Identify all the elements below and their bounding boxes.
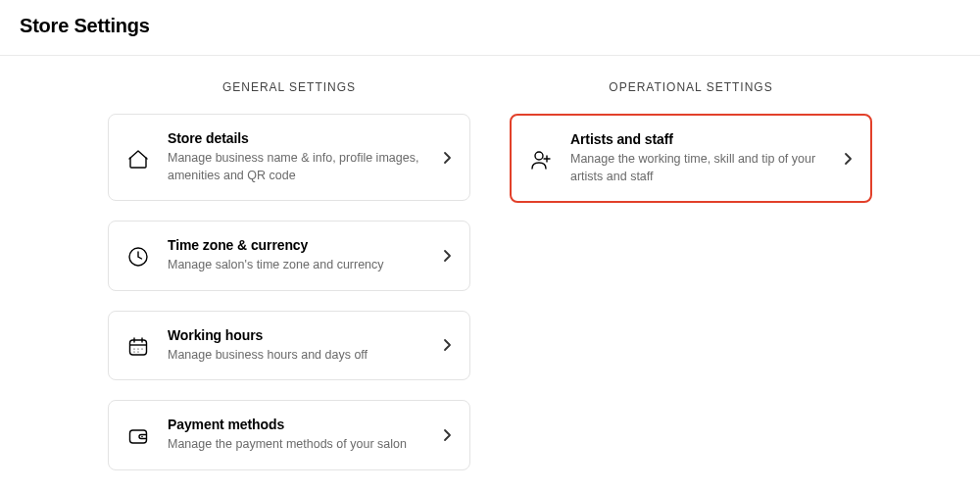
operational-settings-column: OPERATIONAL SETTINGS Artists and staff M… <box>510 80 872 490</box>
card-body: Time zone & currency Manage salon's time… <box>168 237 424 274</box>
chevron-right-icon <box>440 338 454 352</box>
card-title: Artists and staff <box>570 131 825 147</box>
svg-point-6 <box>137 351 138 352</box>
svg-rect-7 <box>130 430 147 443</box>
card-payment-methods[interactable]: Payment methods Manage the payment metho… <box>108 400 470 470</box>
svg-point-9 <box>535 152 543 160</box>
general-settings-heading: GENERAL SETTINGS <box>222 80 356 94</box>
chevron-right-icon <box>841 152 855 166</box>
svg-point-2 <box>133 348 134 349</box>
svg-rect-1 <box>130 340 147 355</box>
svg-point-3 <box>137 348 138 349</box>
card-artists-staff[interactable]: Artists and staff Manage the working tim… <box>510 114 872 203</box>
settings-content: GENERAL SETTINGS Store details Manage bu… <box>0 56 980 490</box>
svg-point-8 <box>141 436 143 438</box>
operational-settings-heading: OPERATIONAL SETTINGS <box>609 80 772 94</box>
svg-point-5 <box>133 351 134 352</box>
chevron-right-icon <box>440 428 454 442</box>
clock-icon <box>124 242 152 269</box>
card-body: Working hours Manage business hours and … <box>168 327 424 365</box>
page-title: Store Settings <box>0 0 980 56</box>
home-icon <box>124 144 152 171</box>
card-store-details[interactable]: Store details Manage business name & inf… <box>108 114 470 201</box>
card-timezone-currency[interactable]: Time zone & currency Manage salon's time… <box>108 221 470 291</box>
card-body: Artists and staff Manage the working tim… <box>570 131 825 185</box>
calendar-icon <box>124 332 152 359</box>
card-desc: Manage business hours and days off <box>168 347 424 365</box>
card-title: Payment methods <box>168 417 424 432</box>
card-title: Working hours <box>168 327 424 343</box>
general-settings-column: GENERAL SETTINGS Store details Manage bu… <box>108 80 470 490</box>
card-body: Store details Manage business name & inf… <box>168 130 424 184</box>
card-working-hours[interactable]: Working hours Manage business hours and … <box>108 311 470 381</box>
card-title: Time zone & currency <box>168 237 424 253</box>
card-desc: Manage the payment methods of your salon <box>168 436 424 454</box>
card-desc: Manage the working time, skill and tip o… <box>570 151 825 185</box>
chevron-right-icon <box>440 151 454 165</box>
card-desc: Manage salon's time zone and currency <box>168 257 424 274</box>
chevron-right-icon <box>440 249 454 263</box>
card-desc: Manage business name & info, profile ima… <box>168 150 424 184</box>
card-title: Store details <box>168 130 424 146</box>
svg-point-4 <box>141 348 142 349</box>
wallet-icon <box>124 421 152 448</box>
person-add-icon <box>527 145 555 172</box>
card-body: Payment methods Manage the payment metho… <box>168 417 424 454</box>
